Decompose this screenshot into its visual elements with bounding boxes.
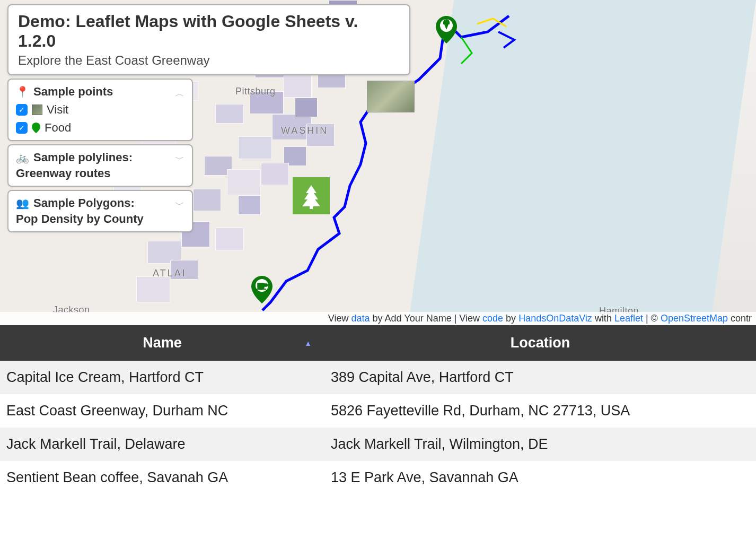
city-label: Pittsburg [235,86,276,97]
layer-item-label: Food [45,121,71,135]
data-link[interactable]: data [351,313,370,324]
cell-name: Sentient Bean coffee, Savanah GA [0,461,324,494]
org-link[interactable]: HandsOnDataViz [518,313,592,324]
cell-location: 13 E Park Ave, Savannah GA [324,461,756,494]
bicycle-icon: 🚲 [16,151,29,164]
page-title: Demo: Leaflet Maps with Google Sheets v.… [18,12,400,51]
page-subtitle: Explore the East Coast Greenway [18,53,400,68]
marker-thumbnail-image[interactable] [367,81,415,112]
layer-subtitle: Pop Density by County [16,212,184,226]
title-panel: Demo: Leaflet Maps with Google Sheets v.… [7,4,410,75]
layer-section-polygons[interactable]: ﹀ 👥 Sample Polygons: Pop Density by Coun… [7,190,193,232]
layer-section-points[interactable]: ︿ 📍 Sample points ✓ Visit ✓ Food [7,79,193,141]
marker-tree[interactable] [293,177,330,214]
leaflet-link[interactable]: Leaflet [614,313,643,324]
table-row[interactable]: East Coast Greenway, Durham NC 5826 Faye… [0,394,756,428]
data-table: Name▲ Location Capital Ice Cream, Hartfo… [0,325,756,494]
layer-title: Sample points [33,85,113,99]
layer-section-polylines[interactable]: ﹀ 🚲 Sample polylines: Greenway routes [7,144,193,187]
osm-link[interactable]: OpenStreetMap [661,313,728,324]
attribution-bar: View data by Add Your Name | View code b… [0,312,756,325]
city-label: WASHIN [281,125,328,136]
marker-ice-cream[interactable] [436,16,457,43]
sort-asc-icon: ▲ [304,339,312,347]
chevron-down-icon: ﹀ [175,153,184,166]
visit-marker-icon [32,105,42,115]
cell-name: Capital Ice Cream, Hartford CT [0,361,324,394]
table-row[interactable]: Jack Markell Trail, Delaware Jack Markel… [0,428,756,461]
table-row[interactable]: Capital Ice Cream, Hartford CT 389 Capit… [0,361,756,394]
pin-icon: 📍 [16,85,29,98]
food-marker-icon [32,123,40,133]
layer-item-visit[interactable]: ✓ Visit [16,103,184,117]
code-link[interactable]: code [482,313,503,324]
layer-title: Sample polylines: [33,151,133,164]
layers-panel: ︿ 📍 Sample points ✓ Visit ✓ Food ﹀ [7,79,193,236]
column-header-name[interactable]: Name▲ [0,325,324,361]
layer-subtitle: Greenway routes [16,167,184,180]
chevron-down-icon: ﹀ [175,198,184,211]
svg-rect-2 [257,289,266,290]
cell-location: Jack Markell Trail, Wilmington, DE [324,428,756,461]
cell-name: Jack Markell Trail, Delaware [0,428,324,461]
layer-title: Sample Polygons: [33,196,135,210]
chevron-up-icon: ︿ [175,87,184,100]
checkbox-checked-icon[interactable]: ✓ [16,122,28,134]
marker-coffee[interactable] [251,276,272,303]
column-header-location[interactable]: Location [324,325,756,361]
map-container[interactable]: Pittsburg WASHIN ATLAI Jackson Hamilton … [0,0,756,325]
layer-item-label: Visit [47,103,68,117]
cell-location: 5826 Fayetteville Rd, Durham, NC 27713, … [324,394,756,428]
table-row[interactable]: Sentient Bean coffee, Savanah GA 13 E Pa… [0,461,756,494]
cell-name: East Coast Greenway, Durham NC [0,394,324,428]
checkbox-checked-icon[interactable]: ✓ [16,104,28,116]
cell-location: 389 Capital Ave, Hartford CT [324,361,756,394]
people-icon: 👥 [16,197,29,210]
layer-item-food[interactable]: ✓ Food [16,121,184,135]
city-label: ATLAI [153,268,187,279]
